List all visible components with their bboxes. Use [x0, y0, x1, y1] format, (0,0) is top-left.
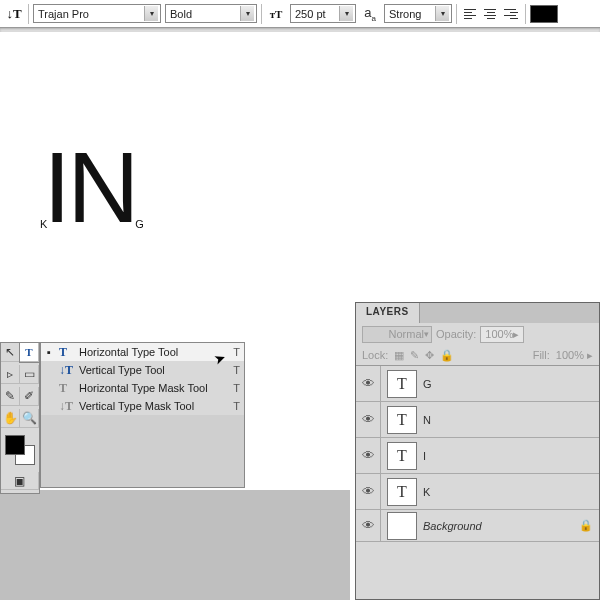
font-family-value: Trajan Pro — [38, 8, 89, 20]
align-right-button[interactable] — [501, 4, 521, 24]
font-size-select[interactable]: 250 pt ▾ — [290, 4, 356, 23]
layer-row[interactable]: 👁 T N — [356, 402, 599, 438]
path-selection-tool[interactable]: ↖ — [1, 343, 20, 362]
glyph-n: N — [67, 131, 135, 243]
quickmask-toggle[interactable]: ▣ — [1, 472, 39, 490]
antialias-value: Strong — [389, 8, 421, 20]
visibility-toggle[interactable]: 👁 — [356, 412, 380, 427]
panel-tabs: LAYERS — [356, 303, 599, 323]
type-mask-icon: ↓T — [59, 399, 73, 414]
flyout-horizontal-mask[interactable]: T Horizontal Type Mask Tool T — [41, 379, 244, 397]
opacity-label: Opacity: — [436, 328, 476, 340]
layer-thumb — [387, 512, 417, 540]
flyout-shortcut: T — [233, 400, 240, 412]
flyout-label: Vertical Type Tool — [79, 364, 227, 376]
divider — [456, 4, 457, 24]
hand-tool[interactable]: ✋ — [1, 409, 20, 428]
dropdown-arrow-icon: ▾ — [144, 6, 158, 21]
type-tool-flyout: ▪ T Horizontal Type Tool T ↓T Vertical T… — [40, 342, 245, 488]
flyout-shortcut: T — [233, 346, 240, 358]
layer-name[interactable]: Background — [423, 520, 579, 532]
type-tool[interactable]: T — [20, 343, 39, 362]
layer-thumb: T — [387, 478, 417, 506]
flyout-spacer — [41, 415, 244, 487]
text-align-group — [461, 4, 521, 24]
eyedropper-tool[interactable]: ✐ — [20, 387, 39, 406]
canvas-type-layer[interactable]: KING — [40, 105, 140, 260]
visibility-toggle[interactable]: 👁 — [356, 484, 380, 499]
selected-dot-icon: ▪ — [45, 346, 53, 358]
notes-tool[interactable]: ✎ — [1, 387, 20, 406]
flyout-shortcut: T — [233, 382, 240, 394]
font-size-value: 250 pt — [295, 8, 326, 20]
foreground-color[interactable] — [5, 435, 25, 455]
lock-all-icon[interactable]: 🔒 — [440, 349, 454, 362]
visibility-toggle[interactable]: 👁 — [356, 448, 380, 463]
flyout-label: Horizontal Type Mask Tool — [79, 382, 227, 394]
visibility-toggle[interactable]: 👁 — [356, 518, 380, 533]
lock-transparency-icon[interactable]: ▦ — [394, 349, 404, 362]
layers-tab[interactable]: LAYERS — [356, 303, 420, 323]
align-center-button[interactable] — [481, 4, 501, 24]
antialias-select[interactable]: Strong ▾ — [384, 4, 452, 23]
dropdown-arrow-icon: ▾ — [339, 6, 353, 21]
lock-icon: 🔒 — [579, 519, 599, 532]
divider — [28, 4, 29, 24]
type-options-bar: ↓T Trajan Pro ▾ Bold ▾ тT 250 pt ▾ aa St… — [0, 0, 600, 28]
layer-name[interactable]: K — [423, 486, 599, 498]
flyout-label: Horizontal Type Tool — [79, 346, 227, 358]
lock-row: Lock: ▦ ✎ ✥ 🔒 Fill: 100% ▸ — [356, 345, 599, 365]
flyout-vertical-type[interactable]: ↓T Vertical Type Tool T — [41, 361, 244, 379]
flyout-label: Vertical Type Mask Tool — [79, 400, 227, 412]
layer-row-background[interactable]: 👁 Background 🔒 — [356, 510, 599, 542]
layer-thumb: T — [387, 370, 417, 398]
layers-panel: LAYERS Normal ▾ Opacity: 100% ▸ Lock: ▦ … — [355, 302, 600, 600]
text-color-swatch[interactable] — [530, 5, 558, 23]
layer-row[interactable]: 👁 T K — [356, 474, 599, 510]
font-size-icon: тT — [266, 4, 286, 24]
layer-name[interactable]: N — [423, 414, 599, 426]
flyout-vertical-mask[interactable]: ↓T Vertical Type Mask Tool T — [41, 397, 244, 415]
font-family-select[interactable]: Trajan Pro ▾ — [33, 4, 161, 23]
layer-row[interactable]: 👁 T I — [356, 438, 599, 474]
layer-name[interactable]: G — [423, 378, 599, 390]
layer-list: 👁 T G 👁 T N 👁 T I 👁 T K 👁 Background 🔒 — [356, 365, 599, 542]
lock-position-icon[interactable]: ✥ — [425, 349, 434, 362]
layer-thumb: T — [387, 406, 417, 434]
font-weight-value: Bold — [170, 8, 192, 20]
lock-paint-icon[interactable]: ✎ — [410, 349, 419, 362]
blend-mode-select[interactable]: Normal ▾ — [362, 326, 432, 343]
layer-name[interactable]: I — [423, 450, 599, 462]
divider — [525, 4, 526, 24]
dropdown-arrow-icon: ▾ — [240, 6, 254, 21]
type-orientation-icon[interactable]: ↓T — [4, 4, 24, 24]
direct-selection-tool[interactable]: ▹ — [1, 365, 20, 384]
fill-input[interactable]: 100% ▸ — [556, 349, 593, 362]
toolbox: ↖ T ▹ ▭ ✎ ✐ ✋ 🔍 ▣ — [0, 342, 40, 494]
divider — [261, 4, 262, 24]
visibility-toggle[interactable]: 👁 — [356, 376, 380, 391]
blend-row: Normal ▾ Opacity: 100% ▸ — [356, 323, 599, 345]
glyph-g: G — [135, 218, 140, 230]
fill-label: Fill: — [533, 349, 550, 361]
shape-tool[interactable]: ▭ — [20, 365, 39, 384]
font-weight-select[interactable]: Bold ▾ — [165, 4, 257, 23]
color-swatches[interactable] — [1, 431, 39, 469]
pasteboard — [0, 490, 350, 600]
lock-label: Lock: — [362, 349, 388, 361]
opacity-input[interactable]: 100% ▸ — [480, 326, 524, 343]
dropdown-arrow-icon: ▾ — [435, 6, 449, 21]
glyph-i: I — [43, 131, 67, 243]
flyout-shortcut: T — [233, 364, 240, 376]
align-left-button[interactable] — [461, 4, 481, 24]
layer-row[interactable]: 👁 T G — [356, 366, 599, 402]
layer-thumb: T — [387, 442, 417, 470]
antialias-icon: aa — [360, 4, 380, 24]
type-icon: T — [59, 345, 73, 360]
type-mask-icon: T — [59, 381, 73, 396]
flyout-horizontal-type[interactable]: ▪ T Horizontal Type Tool T — [41, 343, 244, 361]
zoom-tool[interactable]: 🔍 — [20, 409, 39, 428]
type-icon: ↓T — [59, 363, 73, 378]
